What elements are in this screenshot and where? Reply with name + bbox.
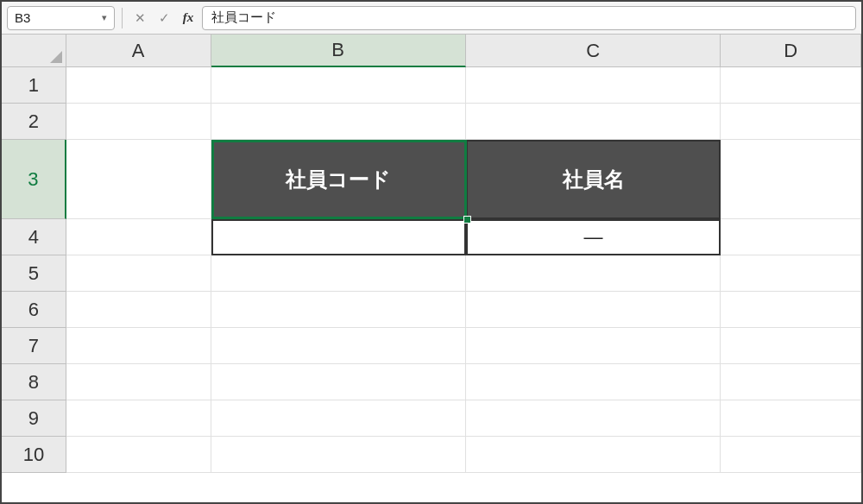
- cell-D10[interactable]: [721, 437, 861, 473]
- row-header-5[interactable]: 5: [2, 255, 66, 292]
- cell-B6[interactable]: [211, 292, 466, 328]
- formula-input-value: 社員コード: [211, 9, 276, 26]
- cell-B3[interactable]: 社員コード: [211, 140, 466, 219]
- cell-B10[interactable]: [211, 437, 466, 473]
- row-header-10[interactable]: 10: [2, 437, 66, 473]
- cell-D6[interactable]: [721, 292, 861, 328]
- cell-D5[interactable]: [721, 255, 861, 292]
- cell-C5[interactable]: [466, 255, 721, 292]
- enter-icon[interactable]: ✓: [154, 8, 174, 28]
- row-header-1[interactable]: 1: [2, 67, 66, 104]
- cell-A1[interactable]: [66, 67, 211, 104]
- row-2: 2: [2, 104, 861, 140]
- column-header-D[interactable]: D: [721, 35, 861, 67]
- row-3: 3 社員コード 社員名: [2, 140, 861, 219]
- formula-bar-icons: ✕ ✓ fx: [129, 8, 198, 28]
- cell-D3[interactable]: [721, 140, 861, 219]
- row-header-3[interactable]: 3: [2, 140, 66, 219]
- row-header-7[interactable]: 7: [2, 328, 66, 364]
- cell-A8[interactable]: [66, 364, 211, 400]
- spreadsheet-grid[interactable]: A B C D 1 2 3 社員コード 社員名 4 ― 5: [2, 35, 861, 504]
- cell-B2[interactable]: [211, 104, 466, 140]
- cell-A2[interactable]: [66, 104, 211, 140]
- column-header-C[interactable]: C: [466, 35, 721, 67]
- row-header-9[interactable]: 9: [2, 400, 66, 437]
- row-8: 8: [2, 364, 861, 400]
- select-all-corner[interactable]: [2, 35, 66, 67]
- cell-B9[interactable]: [211, 400, 466, 437]
- row-10: 10: [2, 437, 861, 473]
- chevron-down-icon: ▾: [102, 12, 107, 23]
- cell-B1[interactable]: [211, 67, 466, 104]
- cell-D2[interactable]: [721, 104, 861, 140]
- row-header-8[interactable]: 8: [2, 364, 66, 400]
- cell-C4[interactable]: ―: [466, 219, 721, 255]
- row-4: 4 ―: [2, 219, 861, 255]
- column-headers-row: A B C D: [2, 35, 861, 67]
- cell-C10[interactable]: [466, 437, 721, 473]
- cell-B7[interactable]: [211, 328, 466, 364]
- row-header-4[interactable]: 4: [2, 219, 66, 255]
- row-7: 7: [2, 328, 861, 364]
- cell-A7[interactable]: [66, 328, 211, 364]
- cell-C7[interactable]: [466, 328, 721, 364]
- cell-B4[interactable]: [211, 219, 466, 255]
- column-header-A[interactable]: A: [66, 35, 211, 67]
- cell-C3[interactable]: 社員名: [466, 140, 721, 219]
- name-box[interactable]: B3 ▾: [7, 6, 115, 30]
- formula-input[interactable]: 社員コード: [202, 6, 856, 30]
- cell-C1[interactable]: [466, 67, 721, 104]
- cell-D1[interactable]: [721, 67, 861, 104]
- formula-bar: B3 ▾ ✕ ✓ fx 社員コード: [2, 2, 861, 35]
- column-header-B[interactable]: B: [211, 35, 466, 67]
- cell-C9[interactable]: [466, 400, 721, 437]
- cell-A3[interactable]: [66, 140, 211, 219]
- cell-D4[interactable]: [721, 219, 861, 255]
- row-5: 5: [2, 255, 861, 292]
- cell-A5[interactable]: [66, 255, 211, 292]
- cell-C2[interactable]: [466, 104, 721, 140]
- cell-A6[interactable]: [66, 292, 211, 328]
- cell-D8[interactable]: [721, 364, 861, 400]
- row-header-2[interactable]: 2: [2, 104, 66, 140]
- cell-D9[interactable]: [721, 400, 861, 437]
- row-6: 6: [2, 292, 861, 328]
- row-9: 9: [2, 400, 861, 437]
- row-header-6[interactable]: 6: [2, 292, 66, 328]
- fx-icon[interactable]: fx: [178, 8, 198, 28]
- cell-A4[interactable]: [66, 219, 211, 255]
- cell-C6[interactable]: [466, 292, 721, 328]
- cell-B5[interactable]: [211, 255, 466, 292]
- row-1: 1: [2, 67, 861, 104]
- cell-A9[interactable]: [66, 400, 211, 437]
- cell-D7[interactable]: [721, 328, 861, 364]
- cell-C8[interactable]: [466, 364, 721, 400]
- cancel-icon[interactable]: ✕: [129, 8, 150, 28]
- cell-A10[interactable]: [66, 437, 211, 473]
- cell-B8[interactable]: [211, 364, 466, 400]
- divider: [122, 8, 123, 28]
- name-box-value: B3: [15, 10, 30, 25]
